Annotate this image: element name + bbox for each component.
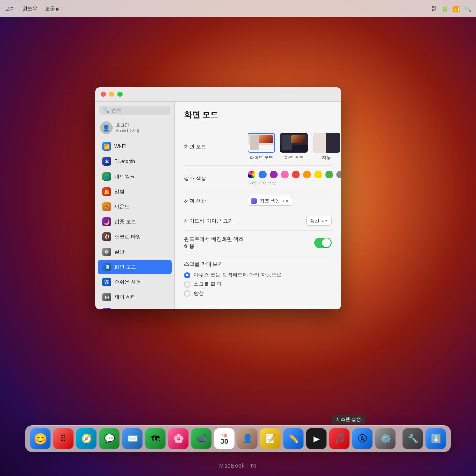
sidebar-label-general: 일반 <box>114 249 125 255</box>
notes-icon: 📝 <box>265 434 276 444</box>
menubar-view[interactable]: 보기 <box>5 5 15 12</box>
dock-freeform[interactable]: ✏️ <box>283 428 304 449</box>
sidebar-item-bluetooth[interactable]: ✱ Bluetooth <box>98 154 172 169</box>
sidebar-item-control[interactable]: ⊞ 제어 센터 <box>98 290 172 304</box>
menubar-wifi-icon[interactable]: 📶 <box>453 6 460 12</box>
dock-contacts[interactable]: 👤 <box>237 428 258 449</box>
dock-photos[interactable]: 🌸 <box>168 428 189 449</box>
mode-auto-label: 자동 <box>322 155 331 161</box>
dock: 😊 ⠿ 🧭 💬 ✉️ 🗺 🌸 📹 5월 30 👤 📝 ✏️ ▶ 🎵 <box>25 425 451 452</box>
sidebar-item-network[interactable]: 🌐 네트워크 <box>98 169 172 184</box>
maps-icon: 🗺 <box>151 434 160 444</box>
sidebar-item-screentime[interactable]: ⏱ 스크린 타임 <box>98 230 172 244</box>
bg-color-toggle[interactable] <box>314 238 332 248</box>
wifi-icon: 📶 <box>102 142 111 151</box>
displaymode-icon: 🖥 <box>102 263 111 271</box>
sidebar-icon-size-dropdown[interactable]: 중간 ▲▼ <box>306 216 332 226</box>
appearance-mode-row: 화면 모드 라이트 모드 다크 모드 자동 <box>184 128 332 166</box>
mode-dark[interactable]: 다크 모드 <box>280 133 308 161</box>
appletv-icon: ▶ <box>313 434 319 443</box>
dock-messages[interactable]: 💬 <box>99 428 120 449</box>
scroll-always-option[interactable]: 항상 <box>184 290 332 297</box>
scroll-auto-option[interactable]: 마우스 또는 트랙패드에 따라 자동으로 <box>184 272 332 278</box>
search-input[interactable] <box>111 107 166 113</box>
accent-green[interactable] <box>325 171 333 178</box>
close-button[interactable] <box>101 92 106 97</box>
profile-sub: Apple ID 사용 <box>116 128 140 134</box>
focus-icon: 🌙 <box>102 217 111 226</box>
dock-finder[interactable]: 😊 <box>30 428 51 449</box>
profile-text: 로그인 Apple ID 사용 <box>116 122 140 134</box>
photos-icon: 🌸 <box>173 434 184 444</box>
minimize-button[interactable] <box>109 92 114 97</box>
sidebar-label-control: 제어 센터 <box>114 294 136 301</box>
accent-pink[interactable] <box>281 171 289 178</box>
dock-calendar[interactable]: 5월 30 <box>214 428 235 449</box>
dock-downloads[interactable]: ⬇️ <box>426 428 446 449</box>
music-icon: 🎵 <box>334 434 345 444</box>
dock-notes[interactable]: 📝 <box>260 428 281 449</box>
accent-color-dots <box>248 171 341 178</box>
dock-syspref[interactable]: ⚙️ <box>375 428 396 449</box>
dock-launchpad[interactable]: ⠿ <box>53 428 74 449</box>
sidebar-item-alarm[interactable]: 🔔 알림 <box>98 184 172 199</box>
dock-facetime[interactable]: 📹 <box>191 428 212 449</box>
scroll-when-option[interactable]: 스크롤 할 때 <box>184 281 332 288</box>
sidebar-item-sound[interactable]: 🔊 사운드 <box>98 200 172 214</box>
scroll-always-radio[interactable] <box>184 290 190 297</box>
accent-color-content: 여러 가지 색상 <box>248 171 341 186</box>
sidebar-item-accessibility[interactable]: ♿ 손쉬운 사용 <box>98 275 172 289</box>
sidebar-label-sound: 사운드 <box>114 203 130 210</box>
maximize-button[interactable] <box>117 92 123 97</box>
menubar-search-icon[interactable]: 🔍 <box>464 6 471 12</box>
control-icon: ⊞ <box>102 293 111 301</box>
sidebar-item-focus[interactable]: 🌙 집중 모드 <box>98 215 172 229</box>
search-box[interactable]: 🔍 <box>99 106 170 115</box>
appearance-mode-content: 라이트 모드 다크 모드 자동 <box>248 133 340 161</box>
facetime-icon: 📹 <box>196 434 207 444</box>
freeform-icon: ✏️ <box>288 434 299 444</box>
sidebar-item-siri[interactable]: 🎤 Siri 및 Spotlight <box>98 305 172 309</box>
accent-red[interactable] <box>292 171 300 178</box>
sidebar-item-wifi[interactable]: 📶 Wi-Fi <box>98 139 172 154</box>
dock-appletv[interactable]: ▶ <box>306 428 327 449</box>
dock-compressor[interactable]: 🔧 <box>403 428 423 449</box>
accent-orange[interactable] <box>303 171 311 178</box>
sidebar-item-general[interactable]: ⚙ 일반 <box>98 245 172 259</box>
sidebar-label-bluetooth: Bluetooth <box>114 159 135 164</box>
dock-appstore[interactable]: Ⓐ <box>352 428 373 449</box>
menubar-window[interactable]: 윈도우 <box>22 5 38 12</box>
accent-color-label: 강조 색상 <box>184 175 248 182</box>
menubar-help[interactable]: 도움말 <box>45 5 60 12</box>
dock-safari[interactable]: 🧭 <box>76 428 97 449</box>
screentime-icon: ⏱ <box>102 232 111 241</box>
accent-blue[interactable] <box>259 171 267 178</box>
mode-dark-label: 다크 모드 <box>284 155 303 161</box>
sidebar-item-displaymode[interactable]: 🖥 화면 모드 <box>98 260 172 274</box>
profile-item[interactable]: 👤 로그인 Apple ID 사용 <box>95 118 174 137</box>
compressor-icon: 🔧 <box>407 434 418 444</box>
accent-multicolor[interactable] <box>248 171 255 178</box>
dock-music[interactable]: 🎵 <box>329 428 350 449</box>
menubar-lang-icon[interactable]: 한 <box>431 5 437 12</box>
accent-yellow[interactable] <box>314 171 322 178</box>
mode-light[interactable]: 라이트 모드 <box>248 133 275 161</box>
bluetooth-icon: ✱ <box>102 157 111 166</box>
selection-color-dropdown[interactable]: 강조 색상 ▲▼ <box>248 196 292 206</box>
scroll-auto-radio[interactable] <box>184 272 190 278</box>
scroll-when-radio[interactable] <box>184 281 190 288</box>
dock-mail[interactable]: ✉️ <box>122 428 143 449</box>
search-icon: 🔍 <box>103 107 109 113</box>
dock-maps[interactable]: 🗺 <box>145 428 166 449</box>
sidebar-label-accessibility: 손쉬운 사용 <box>114 279 141 286</box>
scroll-zoom-title: 스크롤 막대 보기 <box>184 261 332 268</box>
traffic-lights <box>101 92 123 97</box>
messages-icon: 💬 <box>104 434 115 444</box>
sidebar-label-focus: 집중 모드 <box>114 219 136 225</box>
appstore-icon: Ⓐ <box>358 433 367 445</box>
sidebar: 🔍 👤 로그인 Apple ID 사용 📶 Wi-Fi ✱ Bluetooth <box>95 102 175 309</box>
accent-graphite[interactable] <box>336 171 341 178</box>
mode-auto[interactable]: 자동 <box>313 133 340 161</box>
mode-thumbnails: 라이트 모드 다크 모드 자동 <box>248 133 340 161</box>
accent-purple[interactable] <box>270 171 278 178</box>
